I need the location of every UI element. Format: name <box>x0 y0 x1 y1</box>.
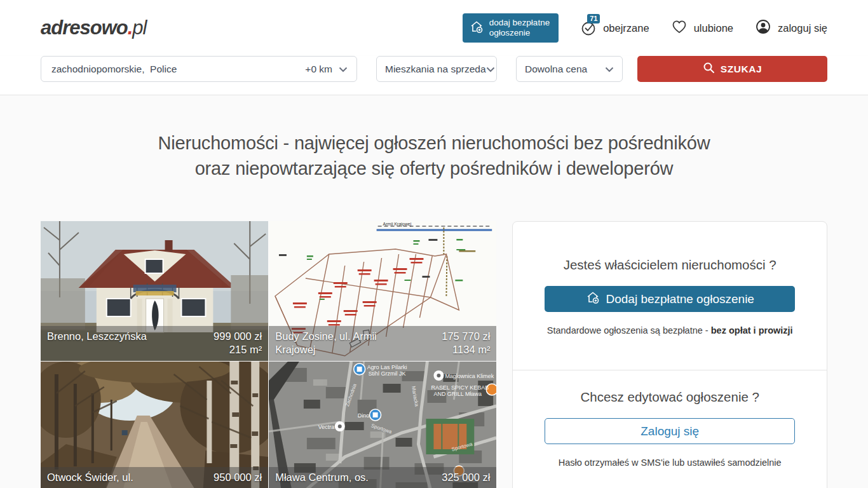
viewed-label: obejrzane <box>603 22 649 34</box>
listing-price: 175 770 zł <box>442 330 490 343</box>
listing-card-mlawa[interactable]: Agro Las Pilarki Stihl Grzmil JK Maglown… <box>269 362 496 488</box>
site-header: adresowo.pl dodaj bezpłatne ogłoszenie <box>0 0 868 56</box>
add-listing-label-line1: dodaj bezpłatne <box>489 18 550 28</box>
price-select[interactable]: Dowolna cena <box>516 56 623 82</box>
page-title-line2: oraz niepowtarzające się oferty pośredni… <box>0 156 868 181</box>
owner-note: Standardowe ogłoszenia są bezpłatne - be… <box>545 325 795 336</box>
listing-overlay: Otwock Świder, ul. 950 000 zł <box>41 467 268 488</box>
location-input-group: +0 km <box>41 56 357 82</box>
listing-meta: 175 770 zł 1134 m² <box>442 330 490 356</box>
page-title-line1: Nieruchomości - najwięcej ogłoszeń nieru… <box>0 130 868 156</box>
map-label-kebab-1: RASEL SPICY KEBAB <box>431 384 489 391</box>
favorites-link[interactable]: ulubione <box>671 19 733 37</box>
map-label-agro-1: Agro Las Pilarki <box>367 364 407 370</box>
viewed-check-icon: 71 <box>580 20 597 36</box>
listing-overlay: Mława Centrum, os. 325 000 zł <box>269 467 496 488</box>
chevron-down-icon <box>605 64 614 75</box>
map-label-agro-2: Stihl Grzmil JK <box>369 370 406 377</box>
listing-meta: 325 000 zł <box>442 471 490 488</box>
location-input[interactable] <box>50 63 299 76</box>
house-plus-icon <box>469 19 484 37</box>
owner-note-bold: bez opłat i prowizji <box>711 325 793 336</box>
logo-tld: pl <box>132 17 146 39</box>
owner-note-text: Standardowe ogłoszenia są bezpłatne - <box>547 325 711 336</box>
listing-title: Brenno, Leszczyńska <box>47 330 147 356</box>
listing-grid: Brenno, Leszczyńska 999 000 zł 215 m² Ar… <box>41 221 496 488</box>
content-columns: Brenno, Leszczyńska 999 000 zł 215 m² Ar… <box>0 221 868 488</box>
add-listing-button[interactable]: dodaj bezpłatne ogłoszenie <box>463 13 559 43</box>
map-label-kebab-2: AND GRILL Mława <box>434 391 482 397</box>
search-icon <box>703 62 715 76</box>
favorites-label: ulubione <box>694 22 733 34</box>
owner-heading: Jesteś właścicielem nieruchomości ? <box>545 257 795 273</box>
category-select[interactable]: Mieszkania na sprzeda <box>376 56 497 82</box>
logo[interactable]: adresowo.pl <box>41 17 146 39</box>
plot-street-label: Armii Krajowej <box>383 222 412 227</box>
edit-heading: Chcesz edytować ogłoszenie ? <box>545 390 795 405</box>
login-button[interactable]: Zaloguj się <box>545 418 795 444</box>
listing-price: 950 000 zł <box>214 471 262 484</box>
heart-icon <box>671 19 688 37</box>
listing-title: Budy Zosine, ul. Armii Krajowej <box>275 330 412 356</box>
viewed-link[interactable]: 71 obejrzane <box>580 20 649 36</box>
edit-note: Hasło otrzymałeś w SMS'ie lub ustawiłeś … <box>545 458 795 468</box>
add-listing-label-line2: ogłoszenie <box>489 28 550 38</box>
listing-price: 325 000 zł <box>442 471 490 484</box>
listing-meta: 950 000 zł <box>214 471 262 488</box>
search-bar: +0 km Mieszkania na sprzeda Dowolna cena… <box>0 56 868 95</box>
listing-area: 215 m² <box>214 343 262 356</box>
user-circle-icon <box>755 18 771 37</box>
map-label-dino: Dino <box>358 412 369 419</box>
house-plus-icon <box>585 290 600 308</box>
login-label: zaloguj się <box>778 22 827 34</box>
logo-name: adresowo <box>41 17 128 39</box>
add-free-listing-button[interactable]: Dodaj bezpłatne ogłoszenie <box>545 286 795 312</box>
chevron-down-icon <box>339 64 348 75</box>
viewed-count-badge: 71 <box>587 14 600 24</box>
listing-overlay: Brenno, Leszczyńska 999 000 zł 215 m² <box>41 326 268 361</box>
listing-overlay: Budy Zosine, ul. Armii Krajowej 175 770 … <box>269 326 496 361</box>
listing-title: Otwock Świder, ul. <box>47 471 133 488</box>
search-button[interactable]: SZUKAJ <box>637 56 827 82</box>
listing-area: 1134 m² <box>442 343 490 356</box>
main-content: Nieruchomości - najwięcej ogłoszeń nieru… <box>0 95 868 488</box>
listing-price: 999 000 zł <box>214 330 262 343</box>
header-actions: dodaj bezpłatne ogłoszenie 71 obejrzane … <box>463 13 827 43</box>
chevron-down-icon <box>486 64 495 75</box>
map-label-vectra: Vectra <box>318 424 334 430</box>
map-label-maglownica: Maglownica Klimek <box>445 373 494 379</box>
listing-card-otwock[interactable]: Otwock Świder, ul. 950 000 zł <box>41 362 268 488</box>
price-value: Dowolna cena <box>525 64 587 75</box>
edit-section: Chcesz edytować ogłoszenie ? Zaloguj się… <box>513 370 827 488</box>
search-button-label: SZUKAJ <box>721 64 763 75</box>
add-listing-label: dodaj bezpłatne ogłoszenie <box>489 18 550 38</box>
login-link[interactable]: zaloguj się <box>755 18 827 37</box>
radius-value: +0 km <box>305 64 332 75</box>
owner-section: Jesteś właścicielem nieruchomości ? Doda… <box>513 222 827 370</box>
category-value: Mieszkania na sprzeda <box>385 64 486 75</box>
add-free-listing-label: Dodaj bezpłatne ogłoszenie <box>606 292 754 306</box>
radius-select[interactable]: +0 km <box>305 64 348 75</box>
page-title: Nieruchomości - najwięcej ogłoszeń nieru… <box>0 130 868 181</box>
owner-panel: Jesteś właścicielem nieruchomości ? Doda… <box>512 221 827 488</box>
listing-card-budy-zosine[interactable]: Armii Krajowej <box>269 221 496 361</box>
listing-meta: 999 000 zł 215 m² <box>214 330 262 356</box>
listing-card-brenno[interactable]: Brenno, Leszczyńska 999 000 zł 215 m² <box>41 221 268 361</box>
listing-title: Mława Centrum, os. <box>275 471 369 488</box>
